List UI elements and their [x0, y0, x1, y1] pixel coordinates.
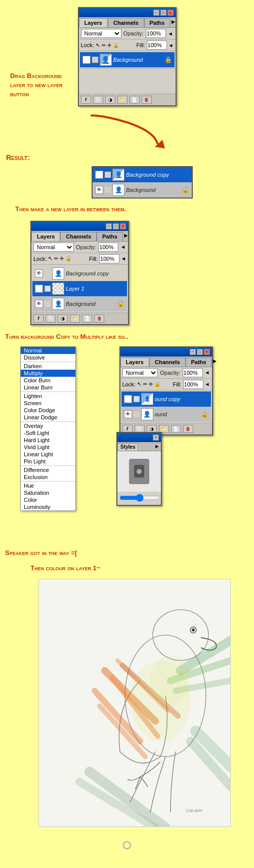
blend-screen[interactable]: Screen: [21, 400, 75, 407]
maximize-btn-4[interactable]: □: [197, 349, 203, 355]
lock-icon-all-3[interactable]: 🔒: [65, 256, 71, 261]
close-btn-4[interactable]: ×: [204, 349, 210, 355]
blend-linearlight[interactable]: Linear Light: [21, 451, 75, 458]
expand-icon-4[interactable]: ►: [211, 358, 219, 367]
layer-row-bg-4[interactable]: 👁 👤 ound 🔒: [121, 407, 211, 422]
tab-layers-4[interactable]: Layers: [120, 358, 149, 367]
opacity-arrow-1[interactable]: ◄: [168, 31, 173, 36]
fill-input-4[interactable]: [183, 380, 203, 389]
lock-icon-all[interactable]: 🔒: [113, 43, 119, 48]
opacity-arrow-4[interactable]: ◄: [205, 370, 210, 375]
fill-arrow-3[interactable]: ◄: [121, 256, 126, 261]
expand-styles[interactable]: ►: [154, 443, 161, 451]
blend-hardlight[interactable]: Hard Light: [21, 437, 75, 444]
tab-paths-3[interactable]: Paths: [97, 232, 123, 241]
blend-linearburn[interactable]: Linear Burn: [21, 384, 75, 391]
adj-btn-1[interactable]: ◑: [105, 96, 115, 104]
lock-icon-arrow[interactable]: ↖: [96, 42, 100, 49]
adj-btn-3[interactable]: ◑: [58, 314, 68, 323]
blend-saturation[interactable]: Saturation: [21, 489, 75, 496]
layer-row-layer1[interactable]: 👁 ⛓ Layer 1: [32, 281, 127, 296]
blend-mode-select-4[interactable]: Normal: [122, 368, 158, 377]
minimize-btn[interactable]: ─: [153, 10, 159, 16]
result-layer-bgcopy[interactable]: 👁 👤 Background copy: [93, 167, 192, 182]
blend-difference[interactable]: Difference: [21, 466, 75, 474]
newlayer-btn-1[interactable]: 📄: [130, 96, 140, 104]
opacity-input-3[interactable]: [98, 243, 118, 252]
blend-dissolve[interactable]: Dissolve: [21, 354, 75, 361]
group-btn-3[interactable]: 📁: [70, 314, 80, 323]
close-btn-3[interactable]: ×: [120, 223, 126, 229]
mask-btn-3[interactable]: ⬜: [46, 314, 56, 323]
fill-arrow-1[interactable]: ◄: [168, 43, 174, 48]
slider-control[interactable]: [119, 495, 160, 501]
eye-icon-bg-3[interactable]: 👁: [35, 300, 43, 308]
eye-icon-bgcopy-4[interactable]: 👁: [124, 395, 132, 403]
layer-row-bgcopy-3[interactable]: 👁 👤 Background copy: [32, 266, 127, 281]
opacity-input-4[interactable]: [183, 368, 203, 377]
blend-hue[interactable]: Hue: [21, 482, 75, 489]
eye-icon-bgcopy-r[interactable]: 👁: [95, 171, 103, 179]
lock-icon-brush-3[interactable]: ✏: [54, 256, 58, 261]
blend-colordodge[interactable]: Color Dodge: [21, 407, 75, 414]
newlayer-btn-3[interactable]: 📄: [82, 314, 92, 323]
lock-icon-move[interactable]: ✛: [107, 43, 111, 48]
lock-icon-arrow-4[interactable]: ↖: [137, 381, 142, 387]
blend-luminosity[interactable]: Luminosity: [21, 503, 75, 510]
blend-mode-select-1[interactable]: Normal: [81, 29, 121, 38]
lock-icon-move-4[interactable]: ✛: [149, 381, 153, 387]
fill-arrow-4[interactable]: ◄: [205, 381, 210, 387]
blend-multiply[interactable]: Multiply: [21, 370, 75, 377]
mask-btn-1[interactable]: ⬜: [93, 96, 103, 104]
blend-normal-bg[interactable]: Normal: [21, 347, 75, 354]
tab-layers-1[interactable]: Layers: [79, 18, 108, 27]
layer-row-bgcopy-4[interactable]: 👁 ⛓ 👤 ound copy: [121, 391, 211, 407]
delete-btn-4[interactable]: 🗑: [183, 425, 193, 433]
eye-icon-bgcopy-3[interactable]: 👁: [35, 269, 43, 278]
close-btn[interactable]: ×: [167, 10, 174, 16]
lock-icon-arrow-3[interactable]: ↖: [48, 255, 53, 262]
result-layer-bg[interactable]: 👁 👤 Background 🔒: [93, 182, 192, 198]
blend-color[interactable]: Color: [21, 496, 75, 503]
fx-btn-3[interactable]: f: [33, 314, 44, 323]
blend-mode-select-3[interactable]: Normal: [33, 243, 74, 252]
fx-btn-1[interactable]: f: [81, 96, 91, 104]
newlayer-btn-4[interactable]: 📄: [171, 425, 181, 433]
blend-darken[interactable]: Darken: [21, 363, 75, 370]
fill-input-3[interactable]: [99, 254, 119, 263]
maximize-btn[interactable]: □: [160, 10, 166, 16]
layer-row-bg-3[interactable]: 👁 👤 Background 🔒: [32, 296, 127, 311]
layer-row-background-1[interactable]: 👁 👤 Background 🔒: [80, 52, 175, 67]
blend-overlay[interactable]: Overlay: [21, 422, 75, 429]
expand-icon-1[interactable]: ►: [170, 18, 178, 27]
eye-icon-bg1[interactable]: 👁: [82, 56, 91, 64]
expand-icon-3[interactable]: ►: [123, 232, 131, 241]
blend-vividlight[interactable]: Vivid Light: [21, 444, 75, 451]
tab-styles[interactable]: Styles: [117, 443, 138, 451]
eye-icon-bg-r[interactable]: 👁: [95, 186, 103, 194]
tab-layers-3[interactable]: Layers: [31, 232, 60, 241]
tab-paths-4[interactable]: Paths: [186, 358, 212, 367]
eye-icon-bg-4[interactable]: 👁: [124, 410, 132, 418]
close-btn-styles[interactable]: ×: [153, 435, 159, 441]
lock-icon-brush-4[interactable]: ✏: [143, 381, 147, 387]
delete-btn-1[interactable]: 🗑: [142, 96, 152, 104]
blend-lineardodge[interactable]: Linear Dodge: [21, 414, 75, 421]
tab-paths-1[interactable]: Paths: [144, 18, 171, 27]
blend-exclusion[interactable]: Exclusion: [21, 474, 75, 481]
minimize-btn-3[interactable]: ─: [106, 223, 112, 229]
maximize-btn-3[interactable]: □: [113, 223, 119, 229]
tab-channels-3[interactable]: Channels: [60, 232, 97, 241]
group-btn-1[interactable]: 📁: [117, 96, 128, 104]
blend-softlight[interactable]: -Soft Light: [21, 429, 75, 437]
blend-colorburn[interactable]: Color Burn: [21, 377, 75, 384]
lock-icon-move-3[interactable]: ✛: [60, 256, 64, 261]
eye-icon-layer1[interactable]: 👁: [35, 285, 43, 293]
fill-input-1[interactable]: [147, 41, 167, 50]
opacity-input-1[interactable]: [146, 29, 166, 38]
blend-lighten[interactable]: Lighten: [21, 392, 75, 400]
delete-btn-3[interactable]: 🗑: [94, 314, 104, 323]
tab-channels-1[interactable]: Channels: [108, 18, 144, 27]
lock-icon-all-4[interactable]: 🔒: [154, 381, 160, 387]
minimize-btn-4[interactable]: ─: [190, 349, 196, 355]
